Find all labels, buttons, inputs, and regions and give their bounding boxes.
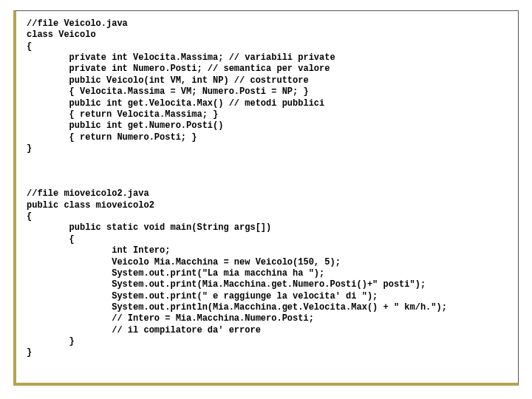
code-block: //file Veicolo.java class Veicolo { priv… xyxy=(27,18,511,359)
code-frame: //file Veicolo.java class Veicolo { priv… xyxy=(13,10,519,386)
page: //file Veicolo.java class Veicolo { priv… xyxy=(0,0,532,399)
